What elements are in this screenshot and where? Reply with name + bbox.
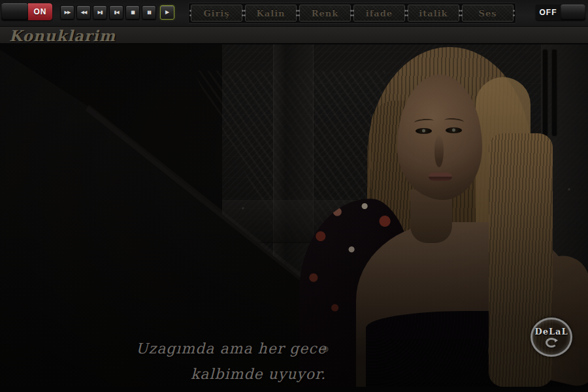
bottom-black-strip — [0, 387, 588, 392]
rewind-icon: ◀◀ — [81, 10, 87, 15]
page-title: Konuklarim — [9, 27, 116, 44]
caption-line-2: kalbimde uyuyor. — [191, 366, 326, 382]
dark-vignette-overlay — [0, 44, 588, 387]
caption-line-1: Uzagımda ama her gece — [136, 340, 327, 357]
toggle-knob[interactable] — [561, 5, 585, 20]
off-label: OFF — [536, 5, 561, 20]
delal-logo: DeLaL — [531, 318, 572, 357]
header: ON ▶▶ ◀◀ ▶▮ ▮◀ ■ ▮▮ — [0, 0, 588, 44]
power-toggle-on[interactable]: ON — [1, 3, 52, 20]
pause-icon: ▮▮ — [147, 10, 151, 15]
button-giris[interactable]: Giriş — [191, 5, 242, 22]
guestbook-page: ON ▶▶ ◀◀ ▶▮ ▮◀ ■ ▮▮ — [0, 0, 588, 392]
button-ifade[interactable]: ifade — [353, 5, 405, 22]
stop-icon: ■ — [131, 10, 135, 15]
on-label: ON — [28, 3, 52, 20]
fast-forward-icon: ▶▶ — [65, 10, 71, 15]
format-toolbar: Giriş Kalin Renk ifade italik Ses — [188, 3, 516, 24]
stop-button[interactable]: ■ — [125, 5, 140, 20]
previous-track-button[interactable]: ▮◀ — [109, 5, 123, 20]
button-kalin[interactable]: Kalin — [245, 5, 297, 22]
button-renk[interactable]: Renk — [299, 5, 351, 22]
play-button[interactable]: ▶ — [160, 5, 174, 20]
play-icon: ▶ — [165, 10, 169, 15]
title-bar: Konuklarim — [0, 26, 588, 44]
next-track-icon: ▶▮ — [97, 10, 102, 15]
top-control-bar: ON ▶▶ ◀◀ ▶▮ ▮◀ ■ ▮▮ — [0, 0, 588, 26]
power-toggle-off[interactable]: OFF — [536, 5, 585, 20]
previous-track-icon: ▮◀ — [114, 10, 118, 15]
button-italik[interactable]: italik — [408, 5, 459, 22]
background-photo: Uzagımda ama her gece kalbimde uyuyor. D… — [0, 44, 588, 387]
rewind-button[interactable]: ◀◀ — [76, 5, 91, 20]
logo-swirl-icon — [546, 338, 557, 348]
pause-button[interactable]: ▮▮ — [142, 5, 156, 20]
next-track-button[interactable]: ▶▮ — [93, 5, 107, 20]
logo-text: DeLaL — [534, 327, 568, 336]
fast-forward-button[interactable]: ▶▶ — [60, 5, 74, 20]
media-controls: ▶▶ ◀◀ ▶▮ ▮◀ ■ ▮▮ ▶ — [60, 5, 174, 20]
toggle-knob[interactable] — [1, 3, 28, 20]
button-ses[interactable]: Ses — [462, 5, 514, 22]
